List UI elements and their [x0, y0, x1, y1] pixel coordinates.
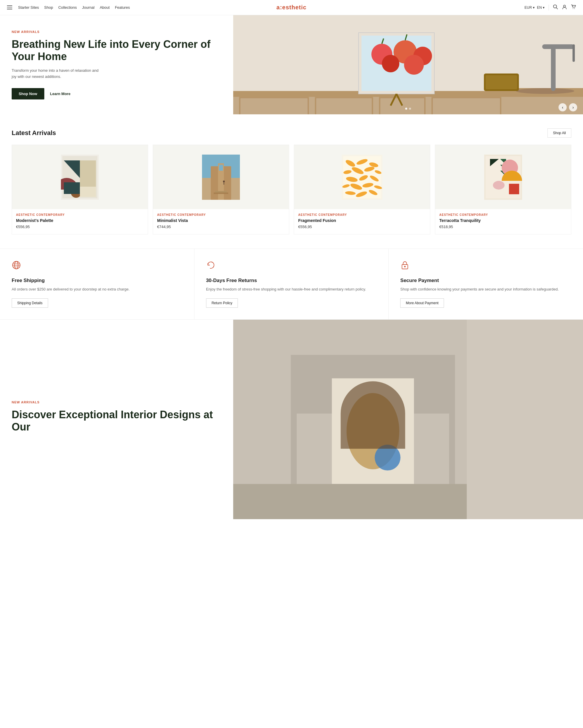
hero-image: ‹ ›	[233, 15, 583, 114]
hamburger-menu[interactable]	[7, 5, 12, 9]
brand-logo[interactable]: a:esthetic	[276, 4, 306, 11]
svg-rect-84	[509, 191, 519, 194]
product-name-3: Fragmented Fusion	[298, 218, 426, 223]
svg-point-2	[563, 5, 565, 7]
svg-line-1	[556, 7, 558, 9]
hero-prev-arrow[interactable]: ‹	[558, 103, 567, 111]
svg-rect-83	[509, 187, 519, 191]
learn-more-link[interactable]: Learn More	[50, 92, 71, 96]
globe-icon	[12, 260, 183, 272]
product-card-3[interactable]: AESTHETIC CONTEMPORARY Fragmented Fusion…	[294, 145, 430, 234]
hero2-badge: NEW ARRIVALS	[12, 400, 222, 404]
return-icon	[206, 260, 377, 272]
svg-point-32	[382, 55, 399, 72]
product-image-3	[294, 145, 430, 209]
hero-description: Transform your home into a haven of rela…	[12, 68, 99, 80]
hero-dot-1[interactable]	[405, 108, 407, 110]
svg-rect-54	[215, 191, 227, 192]
product-price-2: €744,95	[157, 225, 285, 229]
product-image-1	[12, 145, 148, 209]
latest-arrivals-title: Latest Arrivals	[12, 129, 56, 137]
nav-link-collections[interactable]: Collections	[58, 5, 77, 10]
svg-rect-12	[316, 98, 372, 114]
hero-dots	[405, 108, 411, 110]
nav-link-about[interactable]: About	[100, 5, 110, 10]
return-policy-button[interactable]: Return Policy	[206, 298, 238, 308]
account-button[interactable]	[562, 4, 567, 10]
returns-title: 30-Days Free Returns	[206, 278, 377, 284]
svg-point-33	[404, 55, 424, 75]
product-price-1: €556,95	[16, 225, 144, 229]
cart-icon	[571, 4, 576, 9]
nav-link-starter-sites[interactable]: Starter Sites	[18, 5, 39, 10]
products-grid: AESTHETIC CONTEMPORARY Modernist's Palet…	[12, 145, 571, 234]
hero2-title: Discover Exceptional Interior Designs at…	[12, 409, 222, 433]
currency-selector[interactable]: EUR ▾	[524, 5, 535, 10]
svg-rect-100	[467, 320, 583, 519]
product-card-2[interactable]: AESTHETIC CONTEMPORARY Minimalist Vista …	[153, 145, 289, 234]
latest-arrivals-section: Latest Arrivals Shop All	[0, 114, 583, 249]
shop-now-button[interactable]: Shop Now	[12, 88, 44, 100]
hero-buttons: Shop Now Learn More	[12, 88, 222, 100]
payment-description: Shop with confidence knowing your paymen…	[400, 286, 571, 292]
cart-button[interactable]	[571, 4, 576, 10]
svg-rect-40	[80, 160, 96, 187]
hero2-text-area: NEW ARRIVALS Discover Exceptional Interi…	[0, 320, 233, 519]
svg-rect-15	[380, 98, 424, 114]
hero-badge: NEW ARRIVALS	[12, 30, 222, 33]
product-category-2: AESTHETIC CONTEMPORARY	[157, 213, 285, 216]
lock-icon	[400, 260, 571, 272]
section-header: Latest Arrivals Shop All	[12, 128, 571, 138]
product-card-1[interactable]: AESTHETIC CONTEMPORARY Modernist's Palet…	[12, 145, 148, 234]
product-info-4: AESTHETIC CONTEMPORARY Terracotta Tranqu…	[435, 209, 571, 234]
svg-rect-53	[214, 192, 228, 194]
nav-currency-lang: EUR ▾ EN ▾	[524, 5, 545, 10]
nav-divider	[549, 5, 549, 10]
return-svg	[206, 260, 215, 270]
product-art-4	[484, 155, 522, 200]
product-art-3	[342, 155, 383, 200]
nav-links: Starter Sites Shop Collections Journal A…	[18, 5, 130, 10]
hero2-section: NEW ARRIVALS Discover Exceptional Interi…	[0, 320, 583, 519]
language-selector[interactable]: EN ▾	[537, 5, 545, 10]
nav-icons	[553, 4, 576, 10]
product-image-4	[435, 145, 571, 209]
hero2-illustration	[233, 320, 583, 519]
feature-free-shipping: Free Shipping All orders over $250 are d…	[0, 249, 194, 319]
svg-point-91	[404, 266, 406, 267]
free-shipping-title: Free Shipping	[12, 278, 183, 284]
globe-svg	[12, 260, 21, 270]
svg-rect-23	[542, 44, 574, 49]
hero2-image	[233, 320, 583, 519]
shop-all-button[interactable]: Shop All	[548, 128, 571, 138]
svg-rect-43	[64, 182, 80, 194]
more-about-payment-button[interactable]: More About Payment	[400, 298, 444, 308]
svg-rect-50	[219, 165, 223, 171]
nav-right: EUR ▾ EN ▾	[524, 4, 576, 10]
nav-link-features[interactable]: Features	[115, 5, 130, 10]
product-price-4: €518,95	[439, 225, 567, 229]
svg-rect-82	[509, 184, 519, 187]
hero-kitchen-illustration	[233, 15, 583, 114]
lock-svg	[400, 260, 410, 270]
shipping-details-button[interactable]: Shipping Details	[12, 298, 48, 308]
svg-rect-18	[433, 98, 500, 114]
payment-title: Secure Payment	[400, 278, 571, 284]
product-art-2	[202, 155, 240, 200]
hero-text-area: NEW ARRIVALS Breathing New Life into Eve…	[0, 15, 233, 114]
nav-link-journal[interactable]: Journal	[82, 5, 95, 10]
hero-arrows: ‹ ›	[558, 103, 577, 111]
product-info-1: AESTHETIC CONTEMPORARY Modernist's Palet…	[12, 209, 148, 234]
nav-link-shop[interactable]: Shop	[44, 5, 53, 10]
svg-point-51	[223, 181, 225, 182]
feature-payment: Secure Payment Shop with confidence know…	[389, 249, 583, 319]
svg-rect-22	[551, 47, 556, 91]
product-price-3: €556,95	[298, 225, 426, 229]
hero-dot-2[interactable]	[409, 108, 411, 110]
product-card-4[interactable]: AESTHETIC CONTEMPORARY Terracotta Tranqu…	[435, 145, 571, 234]
hero-next-arrow[interactable]: ›	[569, 103, 577, 111]
nav-left: Starter Sites Shop Collections Journal A…	[7, 5, 130, 10]
search-button[interactable]	[553, 4, 558, 10]
svg-rect-44	[80, 187, 96, 197]
product-art-1	[61, 155, 99, 200]
